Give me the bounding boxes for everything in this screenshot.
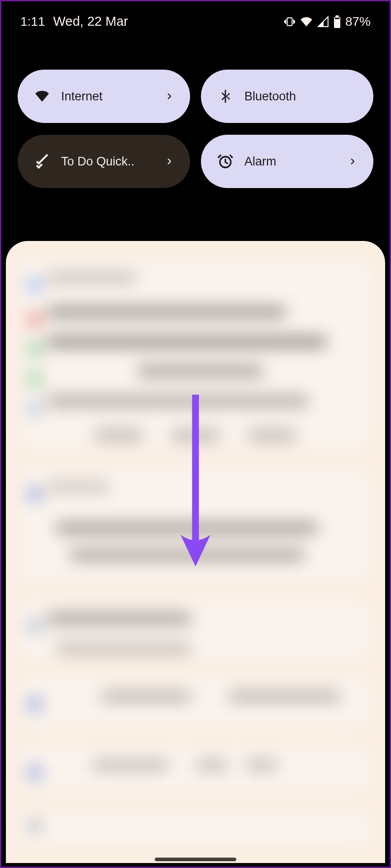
qs-tile-bluetooth[interactable]: Bluetooth <box>201 70 373 123</box>
wifi-status-icon <box>300 15 313 28</box>
chevron-right-icon <box>346 155 359 168</box>
battery-icon <box>334 15 341 28</box>
qs-row-2: To Do Quick.. Alarm <box>18 135 373 188</box>
qs-tile-label: Bluetooth <box>244 90 359 104</box>
chevron-right-icon <box>163 155 176 168</box>
qs-tile-label: Alarm <box>244 155 346 169</box>
qs-tile-label: Internet <box>61 90 163 104</box>
qs-tile-alarm[interactable]: Alarm <box>201 135 373 188</box>
status-right: 87% <box>284 14 371 29</box>
wifi-icon <box>33 87 51 105</box>
status-time: 1:11 <box>20 14 45 29</box>
arrow-annotation <box>175 395 216 573</box>
svg-rect-3 <box>335 18 340 19</box>
qs-tile-label: To Do Quick.. <box>61 155 163 169</box>
qs-row-1: Internet Bluetooth <box>18 70 373 123</box>
bluetooth-icon <box>216 87 234 105</box>
battery-percentage: 87% <box>345 14 371 29</box>
signal-icon <box>317 16 329 28</box>
status-left: 1:11 Wed, 22 Mar <box>20 14 128 29</box>
qs-tile-internet[interactable]: Internet <box>18 70 190 123</box>
vibrate-icon <box>284 16 296 28</box>
qs-tile-todo[interactable]: To Do Quick.. <box>18 135 190 188</box>
svg-rect-2 <box>335 15 339 18</box>
status-bar: 1:11 Wed, 22 Mar 87% <box>1 1 390 34</box>
quick-settings-panel: Internet Bluetooth To Do Quick.. <box>1 34 390 188</box>
checklist-icon <box>33 152 51 170</box>
svg-rect-0 <box>287 18 292 25</box>
status-date: Wed, 22 Mar <box>53 14 128 29</box>
alarm-icon <box>216 152 234 170</box>
chevron-right-icon <box>163 90 176 103</box>
nav-handle[interactable] <box>155 858 236 861</box>
